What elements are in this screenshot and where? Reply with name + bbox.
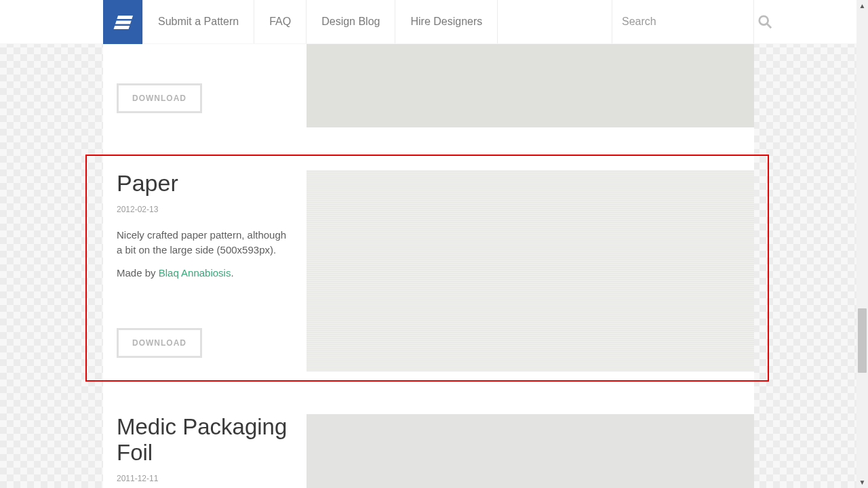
nav-submit-pattern[interactable]: Submit a Pattern bbox=[142, 0, 254, 43]
scroll-thumb[interactable] bbox=[858, 308, 867, 373]
scroll-down-arrow[interactable]: ▼ bbox=[856, 476, 868, 488]
svg-rect-1 bbox=[115, 20, 132, 24]
vertical-scrollbar[interactable]: ▲ ▼ bbox=[856, 0, 868, 488]
pattern-title[interactable]: Medic Packaging Foil bbox=[117, 414, 293, 466]
logo-icon bbox=[112, 12, 134, 33]
pattern-card: Paper 2012-02-13 Nicely crafted paper pa… bbox=[103, 157, 754, 380]
pattern-description: Nicely crafted paper pattern, although a… bbox=[117, 228, 293, 258]
top-nav: Submit a Pattern FAQ Design Blog Hire De… bbox=[0, 0, 868, 44]
nav-design-blog[interactable]: Design Blog bbox=[307, 0, 395, 43]
pattern-preview bbox=[307, 414, 754, 488]
svg-rect-2 bbox=[114, 26, 130, 29]
download-button[interactable]: DOWNLOAD bbox=[117, 328, 202, 358]
download-button[interactable]: DOWNLOAD bbox=[117, 83, 202, 113]
pattern-preview bbox=[307, 170, 754, 371]
search-input[interactable] bbox=[622, 16, 757, 28]
pattern-date: 2011-12-11 bbox=[117, 474, 293, 483]
pattern-madeby: Made by Blaq Annabiosis. bbox=[117, 267, 293, 279]
pattern-author-link[interactable]: Blaq Annabiosis bbox=[159, 267, 231, 279]
search-container bbox=[612, 0, 754, 43]
nav-hire-designers[interactable]: Hire Designers bbox=[395, 0, 498, 43]
pattern-card: Medic Packaging Foil 2011-12-11 bbox=[103, 401, 754, 488]
pattern-date: 2012-02-13 bbox=[117, 205, 293, 214]
scroll-up-arrow[interactable]: ▲ bbox=[856, 0, 868, 12]
madeby-prefix: Made by bbox=[117, 267, 159, 279]
pattern-title[interactable]: Paper bbox=[117, 170, 293, 197]
nav-faq[interactable]: FAQ bbox=[254, 0, 307, 43]
site-logo[interactable] bbox=[103, 0, 142, 44]
svg-rect-0 bbox=[117, 16, 133, 19]
